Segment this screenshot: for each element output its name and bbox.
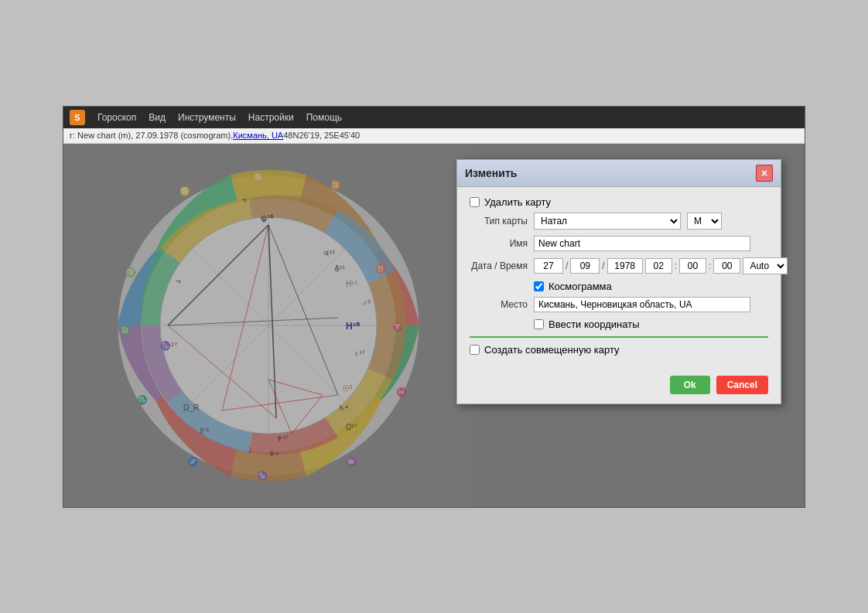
dialog-close-button[interactable]: × — [756, 165, 773, 182]
enter-coords-row: Ввести координаты — [470, 318, 768, 330]
nav-view[interactable]: Вид — [149, 112, 166, 123]
edit-dialog: Изменить × Удалить карту Тип карты Натал… — [456, 159, 781, 404]
time-sec-input[interactable] — [713, 258, 740, 274]
cosmogram-label: Космограмма — [548, 281, 612, 292]
time-min-input[interactable] — [679, 258, 706, 274]
date-month-input[interactable] — [570, 258, 600, 274]
app-window: S Гороскоп Вид Инструменты Настройки Пом… — [63, 106, 805, 508]
ok-button[interactable]: Ok — [670, 376, 710, 394]
location-input[interactable] — [534, 297, 750, 312]
nav-bar: S Гороскоп Вид Инструменты Настройки Пом… — [63, 107, 805, 128]
dialog-overlay: Изменить × Удалить карту Тип карты Натал… — [63, 144, 805, 507]
date-year-input[interactable] — [607, 258, 643, 274]
dialog-titlebar: Изменить × — [457, 160, 781, 187]
nav-tools[interactable]: Инструменты — [178, 112, 236, 123]
name-input[interactable] — [534, 236, 750, 251]
datetime-label: Дата / Время — [470, 261, 528, 271]
date-group: / / : : Auto UT LT — [534, 257, 788, 274]
dialog-title: Изменить — [465, 167, 517, 179]
enter-coords-label: Ввести координаты — [548, 318, 639, 330]
cancel-button[interactable]: Cancel — [716, 376, 768, 394]
delete-chart-label: Удалить карту — [484, 196, 551, 208]
gender-select[interactable]: M F — [687, 213, 722, 230]
delete-chart-row: Удалить карту — [470, 196, 768, 208]
dialog-body: Удалить карту Тип карты Натал Транзит Пр… — [457, 187, 781, 370]
nav-horoscope[interactable]: Гороскоп — [97, 112, 136, 123]
date-sep2: / — [602, 261, 604, 271]
enter-coords-checkbox[interactable] — [534, 319, 544, 329]
cosmogram-checkbox[interactable] — [534, 281, 544, 291]
dialog-footer: Ok Cancel — [457, 370, 781, 404]
name-label: Имя — [470, 238, 528, 249]
datetime-row: Дата / Время / / : : Auto — [470, 257, 768, 274]
name-row: Имя — [470, 236, 768, 251]
cosmogram-row: Космограмма — [470, 281, 768, 292]
status-coords: 48N26'19, 25E45'40 — [283, 131, 360, 140]
location-row: Место — [470, 297, 768, 312]
status-text: г: New chart (m), 27.09.1978 (cosmogram)… — [70, 131, 233, 140]
combined-chart-checkbox[interactable] — [470, 345, 480, 355]
chart-type-row: Тип карты Натал Транзит Прогрессия Соляр… — [470, 213, 768, 230]
nav-help[interactable]: Помощь — [306, 112, 342, 123]
date-sep1: / — [566, 261, 568, 271]
combined-chart-row: Создать совмещенную карту — [470, 344, 768, 356]
combined-chart-label: Создать совмещенную карту — [484, 344, 620, 356]
app-logo: S — [70, 110, 85, 125]
location-label: Место — [470, 299, 528, 310]
date-day-input[interactable] — [534, 258, 563, 274]
status-link[interactable]: Кисмань, UA — [233, 131, 283, 140]
status-bar: г: New chart (m), 27.09.1978 (cosmogram)… — [63, 128, 805, 144]
delete-chart-checkbox[interactable] — [470, 197, 480, 207]
nav-settings[interactable]: Настройки — [248, 112, 294, 123]
chart-type-select[interactable]: Натал Транзит Прогрессия Солярный — [534, 213, 681, 230]
time-sep2: : — [709, 261, 711, 271]
time-mode-select[interactable]: Auto UT LT — [743, 257, 788, 274]
time-sep1: : — [675, 261, 677, 271]
green-divider — [470, 336, 768, 338]
chart-type-label: Тип карты — [470, 216, 528, 226]
time-hour-input[interactable] — [645, 258, 672, 274]
